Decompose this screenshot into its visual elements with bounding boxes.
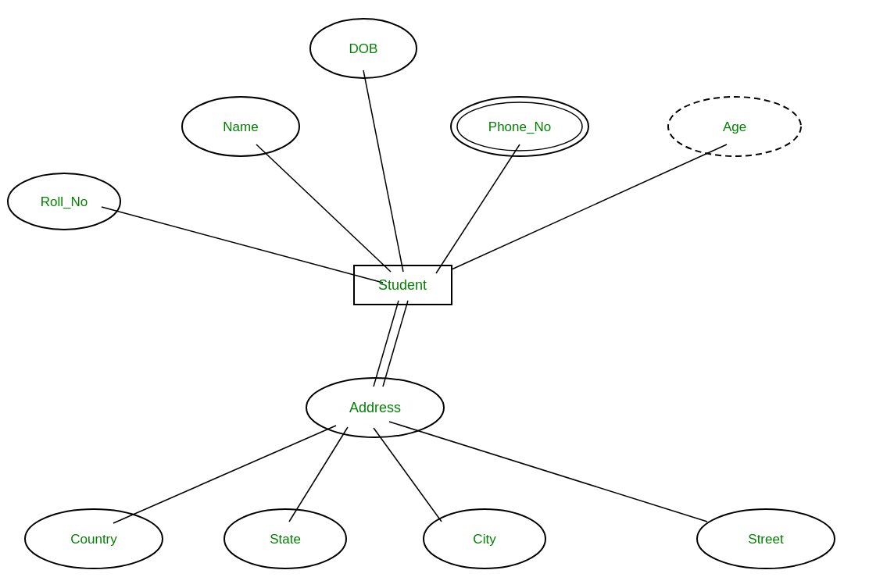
country-label: Country [70, 532, 117, 547]
state-label: State [270, 532, 301, 547]
svg-line-9 [374, 428, 442, 522]
svg-line-6 [383, 301, 408, 387]
svg-line-4 [102, 207, 383, 283]
city-label: City [473, 532, 496, 547]
svg-line-5 [374, 301, 399, 387]
name-label: Name [223, 119, 258, 134]
svg-line-10 [389, 422, 707, 522]
student-label: Student [378, 277, 427, 293]
dob-label: DOB [349, 41, 378, 56]
roll-no-label: Roll_No [41, 194, 88, 209]
svg-line-0 [363, 70, 403, 272]
phone-no-label: Phone_No [488, 119, 551, 134]
age-label: Age [723, 119, 746, 134]
address-label: Address [349, 400, 401, 415]
svg-line-1 [256, 144, 391, 272]
svg-line-8 [289, 427, 348, 522]
street-label: Street [748, 532, 784, 547]
svg-line-2 [436, 144, 520, 273]
svg-line-7 [113, 426, 336, 523]
svg-line-3 [452, 144, 727, 269]
